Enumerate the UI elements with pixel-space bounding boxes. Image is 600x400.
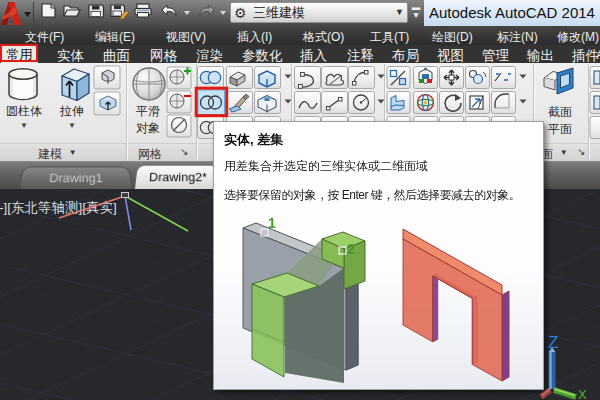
svg-text:-][东北等轴测][真实]: -][东北等轴测][真实]: [0, 200, 117, 215]
svg-text:X: X: [578, 387, 587, 400]
svg-text:2: 2: [347, 241, 355, 257]
svg-text:1: 1: [268, 215, 276, 231]
